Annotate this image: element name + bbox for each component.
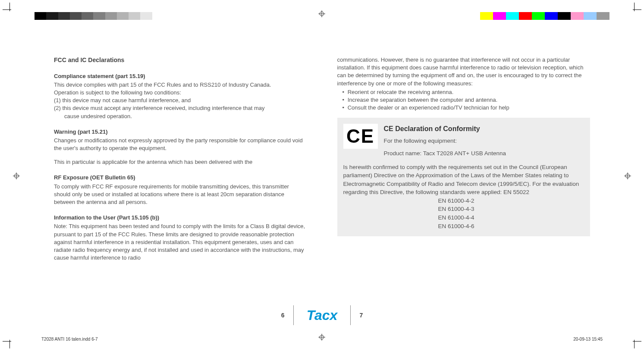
standard-item: EN 61000-4-4: [438, 213, 583, 222]
swatch: [545, 12, 558, 20]
swatch: [571, 12, 584, 20]
swatch: [519, 12, 532, 20]
body-text: This in particular is applicable for the…: [54, 158, 307, 166]
swatch: [105, 12, 117, 20]
info-user-heading: Information to the User (Part 15.105 (b)…: [54, 214, 307, 222]
body-text: To comply with FCC RF exposure requireme…: [54, 183, 307, 207]
swatch: [152, 12, 164, 20]
swatch: [117, 12, 129, 20]
crop-mark: [9, 340, 10, 348]
swatch: [532, 12, 545, 20]
list-item: Consult the dealer or an experienced rad…: [342, 104, 591, 112]
measures-list: Reorient or relocate the receiving anten…: [337, 88, 591, 112]
swatch: [493, 12, 506, 20]
ce-header: CE CE Declaration of Conformity For the …: [343, 124, 583, 157]
print-metadata: T2028 ANTI 16 talen.indd 6-7 20-09-13 15…: [41, 337, 603, 342]
divider: [293, 305, 294, 325]
body-text: (1) this device may not cause harmful in…: [54, 97, 307, 104]
swatch: [480, 12, 493, 20]
right-column: communications. However, there is no gua…: [337, 56, 591, 262]
crop-mark: [9, 3, 10, 11]
swatch: [584, 12, 597, 20]
registration-mark-icon: [13, 172, 20, 179]
fcc-heading: FCC and IC Declarations: [54, 56, 307, 65]
standards-list: EN 61000-4-2 EN 61000-4-3 EN 61000-4-4 E…: [343, 197, 583, 230]
print-timestamp: 20-09-13 15:45: [573, 337, 603, 342]
page-number-left: 6: [281, 312, 285, 319]
color-calibration-bar: [480, 12, 609, 20]
list-item: Reorient or relocate the receiving anten…: [342, 88, 591, 96]
body-text: cause undesired operation.: [54, 113, 307, 120]
crop-mark: [3, 9, 11, 10]
body-text: Operation is subject to the following tw…: [54, 89, 307, 97]
registration-mark-icon: [624, 172, 631, 179]
swatch: [35, 12, 46, 20]
swatch: [129, 12, 140, 20]
crop-mark: [3, 341, 11, 342]
crop-mark: [634, 3, 635, 11]
document-content: FCC and IC Declarations Compliance state…: [54, 56, 590, 262]
body-text: Note: This equipment has been tested and…: [54, 223, 307, 262]
file-info: T2028 ANTI 16 talen.indd 6-7: [41, 337, 98, 342]
body-text: This device complies with part 15 of the…: [54, 81, 307, 89]
list-item: Increase the separation between the comp…: [342, 96, 591, 104]
standard-item: EN 61000-4-2: [438, 197, 583, 205]
body-text: communications. However, there is no gua…: [337, 56, 591, 88]
body-text: Is herewith confirmed to comply with the…: [343, 163, 583, 197]
rf-exposure-heading: RF Exposure (OET Bulletin 65): [54, 174, 307, 182]
body-text: Product name: Tacx T2028 ANT+ USB Antenn…: [384, 149, 506, 158]
swatch: [82, 12, 93, 20]
crop-mark: [634, 340, 635, 348]
body-text: For the following equipment:: [384, 137, 506, 145]
divider: [350, 305, 351, 325]
swatch: [506, 12, 519, 20]
ce-title: CE Declaration of Conformity: [384, 124, 506, 134]
page-number-right: 7: [359, 312, 363, 319]
compliance-heading: Compliance statement (part 15.19): [54, 72, 307, 80]
body-text: (2) this device must accept any interfer…: [54, 104, 307, 112]
registration-mark-icon: [318, 10, 325, 17]
swatch: [140, 12, 152, 20]
body-text: Changes or modifications not expressly a…: [54, 137, 307, 152]
tacx-logo: Tacx: [302, 307, 342, 323]
standard-item: EN 61000-4-3: [438, 205, 583, 213]
swatch: [58, 12, 70, 20]
swatch: [46, 12, 58, 20]
swatch: [70, 12, 82, 20]
swatch: [93, 12, 105, 20]
standard-item: EN 61000-4-6: [438, 222, 583, 231]
page-footer: 6 Tacx 7: [0, 305, 644, 325]
swatch: [597, 12, 609, 20]
grayscale-calibration-bar: [35, 12, 164, 20]
left-column: FCC and IC Declarations Compliance state…: [54, 56, 307, 262]
warning-heading: Warning (part 15.21): [54, 128, 307, 136]
swatch: [558, 12, 571, 20]
ce-declaration-box: CE CE Declaration of Conformity For the …: [337, 118, 591, 236]
ce-mark-icon: CE: [343, 124, 378, 149]
